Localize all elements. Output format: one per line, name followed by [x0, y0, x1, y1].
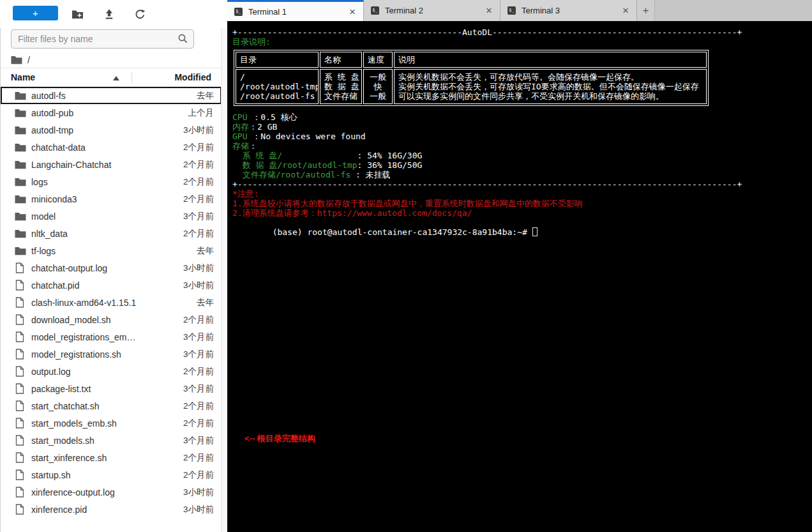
- folder-icon: [15, 109, 26, 118]
- file-row[interactable]: start_models_emb.sh 2个月前: [1, 414, 222, 432]
- breadcrumb-path: /: [27, 55, 30, 65]
- file-modified: 3个月前: [183, 435, 214, 446]
- upload-icon[interactable]: [102, 7, 116, 21]
- system-info-line: CPU ：0.5 核心: [232, 112, 807, 122]
- file-icon: [15, 297, 26, 308]
- file-modified: 3小时前: [183, 125, 214, 136]
- shell-prompt-line: (base) root@autodl-container-ca1347932c-…: [232, 218, 807, 247]
- filter-files-input[interactable]: [11, 29, 194, 49]
- file-name: model: [31, 211, 56, 222]
- new-button[interactable]: +: [13, 6, 58, 20]
- file-modified: 上个月: [188, 107, 214, 119]
- folder-icon: [15, 195, 26, 204]
- file-modified: 2个月前: [183, 418, 214, 429]
- file-manager-panel: +: [0, 0, 227, 532]
- file-row[interactable]: logs 2个月前: [1, 173, 222, 190]
- refresh-icon[interactable]: [133, 7, 147, 21]
- file-name: nltk_data: [31, 229, 68, 239]
- file-icon: [15, 435, 26, 446]
- file-row[interactable]: Langchain-Chatchat 2个月前: [1, 156, 222, 173]
- file-modified: 3个月前: [183, 331, 214, 343]
- file-modified: 3个月前: [183, 383, 214, 395]
- file-modified: 2个月前: [183, 194, 214, 205]
- terminal-tab-label: Terminal 3: [522, 6, 622, 15]
- folder-icon: [15, 247, 26, 255]
- file-row[interactable]: start_models.sh 3个月前: [1, 432, 222, 449]
- file-icon: [15, 262, 26, 273]
- file-name: start_xinference.sh: [31, 453, 107, 463]
- close-tab-icon[interactable]: ×: [622, 6, 629, 15]
- file-name: clash-linux-amd64-v1.15.1: [31, 298, 136, 308]
- dir-table-cell-desc: 实例关机数据不会丢失，可存放代码等。会随保存镜像一起保存。 实例关机数据不会丢失…: [394, 69, 707, 104]
- file-name: startup.sh: [31, 470, 70, 480]
- file-modified: 2个月前: [183, 366, 214, 377]
- file-row[interactable]: chatchat-data 2个月前: [1, 139, 222, 156]
- file-row[interactable]: start_xinference.sh 2个月前: [1, 449, 222, 466]
- file-icon: [15, 366, 26, 377]
- new-tab-button[interactable]: +: [637, 0, 655, 21]
- file-row[interactable]: start_chatchat.sh 2个月前: [1, 397, 222, 414]
- file-modified: 3小时前: [183, 504, 214, 515]
- file-icon: [15, 469, 26, 480]
- file-row[interactable]: model_registrations_em… 3个月前: [1, 328, 222, 346]
- terminal-banner-top-border: +---------------------------------------…: [232, 27, 807, 37]
- file-manager-toolbar: +: [0, 0, 227, 28]
- folder-icon: [15, 160, 26, 169]
- file-row[interactable]: startup.sh 2个月前: [1, 466, 222, 483]
- column-divider: [132, 72, 132, 84]
- file-modified: 3小时前: [183, 487, 214, 498]
- terminal-tab[interactable]: $_ Terminal 1 ×: [227, 0, 364, 21]
- file-name: autodl-pub: [31, 108, 73, 118]
- file-row[interactable]: nltk_data 2个月前: [1, 225, 222, 242]
- dir-table-header: 名称: [320, 52, 362, 68]
- breadcrumb[interactable]: /: [11, 52, 30, 68]
- column-header-name[interactable]: Name: [11, 72, 35, 82]
- file-row[interactable]: miniconda3 2个月前: [1, 190, 222, 208]
- file-row[interactable]: clash-linux-amd64-v1.15.1 去年: [1, 294, 222, 311]
- file-row[interactable]: chatchat.pid 3小时前: [1, 277, 222, 294]
- file-modified: 去年: [197, 245, 214, 257]
- search-icon: [177, 33, 188, 47]
- file-icon: [15, 400, 26, 411]
- file-row[interactable]: xinference.pid 3小时前: [1, 501, 222, 518]
- terminal-tab[interactable]: $_ Terminal 3 ×: [500, 0, 637, 21]
- file-row[interactable]: autodl-tmp 3小时前: [1, 121, 222, 139]
- file-icon: [15, 383, 26, 394]
- terminal-tab-label: Terminal 1: [248, 7, 349, 17]
- dir-table-cell-dir: / /root/autodl-tmp /root/autodl-fs: [236, 69, 319, 104]
- file-name: tf-logs: [31, 246, 56, 256]
- file-modified: 3个月前: [183, 211, 214, 222]
- system-info-lines: CPU ：0.5 核心内存：2 GBGPU ：No devices were f…: [232, 112, 807, 151]
- file-modified: 2个月前: [183, 159, 214, 171]
- file-row[interactable]: download_model.sh 2个月前: [1, 311, 222, 328]
- column-header-modified[interactable]: Modified: [174, 72, 211, 82]
- storage-line: 文件存储/root/autodl-fs : 未挂载: [232, 170, 807, 179]
- file-row[interactable]: model_registrations.sh 3个月前: [1, 346, 222, 363]
- folder-icon: [15, 178, 26, 186]
- file-row[interactable]: output.log 2个月前: [1, 363, 222, 380]
- terminal-tab[interactable]: $_ Terminal 2 ×: [364, 0, 500, 21]
- file-manager-content: / Name Modified autodl-fs 去年 autodl-pub …: [0, 28, 227, 532]
- file-row[interactable]: xinference-output.log 3小时前: [1, 483, 222, 501]
- folder-icon: [15, 143, 26, 152]
- file-row[interactable]: autodl-fs 去年: [1, 87, 222, 104]
- system-info-line: 内存：2 GB: [232, 122, 807, 132]
- file-row[interactable]: autodl-pub 上个月: [1, 104, 222, 121]
- new-folder-icon[interactable]: [70, 7, 84, 21]
- terminal-screen[interactable]: +---------------------------------------…: [227, 21, 812, 532]
- file-icon: [15, 314, 26, 325]
- file-row[interactable]: model 3个月前: [1, 208, 222, 225]
- file-list-scrollbar[interactable]: [221, 28, 227, 532]
- folder-icon: [11, 56, 22, 65]
- terminal-icon: $_: [508, 6, 516, 15]
- file-row[interactable]: chatchat-output.log 3小时前: [1, 259, 222, 277]
- file-name: xinference.pid: [31, 505, 87, 515]
- file-row[interactable]: tf-logs 去年: [1, 242, 222, 259]
- file-name: chatchat-output.log: [31, 263, 107, 273]
- terminal-cursor: [532, 227, 538, 236]
- file-list-header: Name Modified: [1, 68, 222, 87]
- close-tab-icon[interactable]: ×: [349, 8, 356, 16]
- file-row[interactable]: package-list.txt 3个月前: [1, 380, 222, 397]
- close-tab-icon[interactable]: ×: [486, 6, 492, 15]
- file-name: chatchat.pid: [31, 280, 80, 291]
